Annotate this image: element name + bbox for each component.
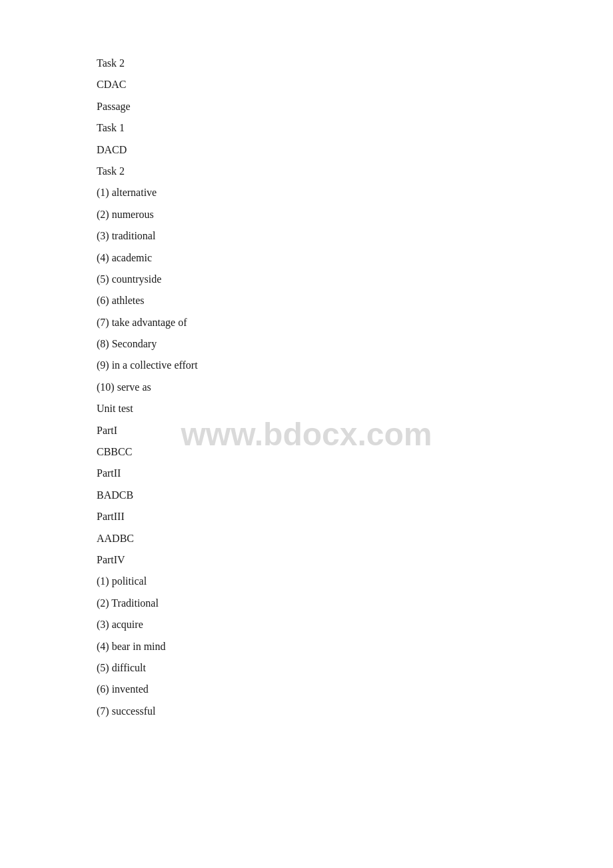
list-item: (5) difficult [97, 658, 613, 678]
main-content: Task 2CDACPassageTask 1DACDTask 2(1) alt… [0, 0, 613, 776]
list-item: (6) invented [97, 679, 613, 699]
list-item: (7) take advantage of [97, 313, 613, 333]
list-item: (8) Secondary [97, 334, 613, 354]
list-item: PartII [97, 463, 613, 483]
list-item: (3) acquire [97, 615, 613, 635]
list-item: DACD [97, 140, 613, 160]
list-item: (4) bear in mind [97, 637, 613, 657]
list-item: (10) serve as [97, 377, 613, 397]
list-item: (7) successful [97, 701, 613, 721]
list-item: Task 2 [97, 53, 613, 73]
list-item: Unit test [97, 399, 613, 419]
list-item: (1) alternative [97, 183, 613, 203]
list-item: BADCB [97, 485, 613, 505]
list-item: Passage [97, 97, 613, 117]
list-item: (2) numerous [97, 205, 613, 225]
list-item: (4) academic [97, 248, 613, 268]
list-item: PartI [97, 421, 613, 441]
list-item: CDAC [97, 75, 613, 95]
list-item: (9) in a collective effort [97, 355, 613, 375]
list-item: AADBC [97, 529, 613, 549]
list-item: (3) traditional [97, 226, 613, 246]
list-item: (5) countryside [97, 269, 613, 289]
list-item: (2) Traditional [97, 593, 613, 613]
list-item: Task 1 [97, 118, 613, 138]
list-item: (1) political [97, 571, 613, 591]
list-item: PartIII [97, 507, 613, 527]
list-item: (6) athletes [97, 291, 613, 311]
list-item: CBBCC [97, 442, 613, 462]
list-item: PartIV [97, 550, 613, 570]
list-item: Task 2 [97, 161, 613, 181]
